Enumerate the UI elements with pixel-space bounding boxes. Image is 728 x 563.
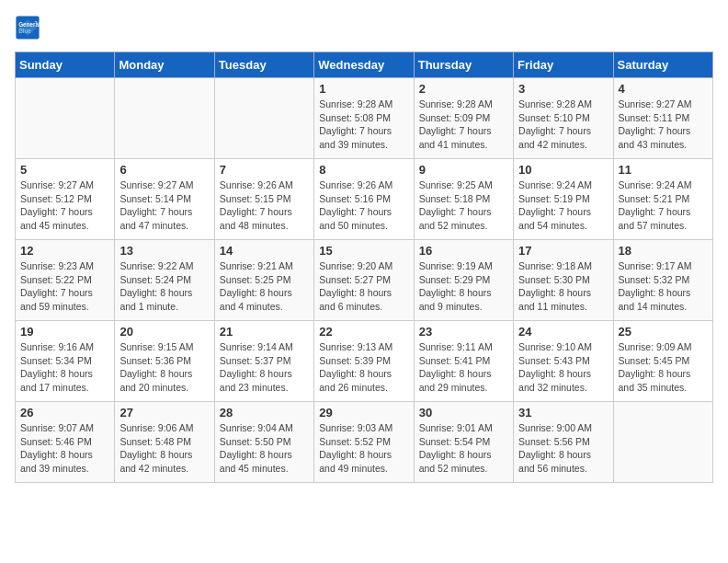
day-info: Sunrise: 9:01 AM Sunset: 5:54 PM Dayligh…: [419, 421, 508, 476]
calendar-cell: 31Sunrise: 9:00 AM Sunset: 5:56 PM Dayli…: [514, 402, 613, 483]
calendar-cell: 2Sunrise: 9:28 AM Sunset: 5:09 PM Daylig…: [414, 78, 513, 159]
calendar-cell: [115, 78, 214, 159]
day-number: 9: [419, 163, 508, 177]
day-number: 5: [20, 163, 109, 177]
day-info: Sunrise: 9:11 AM Sunset: 5:41 PM Dayligh…: [419, 340, 508, 395]
calendar-cell: 11Sunrise: 9:24 AM Sunset: 5:21 PM Dayli…: [613, 159, 712, 240]
day-info: Sunrise: 9:03 AM Sunset: 5:52 PM Dayligh…: [319, 421, 408, 476]
calendar-week-row: 1Sunrise: 9:28 AM Sunset: 5:08 PM Daylig…: [16, 78, 713, 159]
day-info: Sunrise: 9:26 AM Sunset: 5:16 PM Dayligh…: [319, 178, 408, 233]
day-info: Sunrise: 9:10 AM Sunset: 5:43 PM Dayligh…: [518, 340, 608, 395]
calendar-cell: 30Sunrise: 9:01 AM Sunset: 5:54 PM Dayli…: [414, 402, 513, 483]
calendar-cell: 15Sunrise: 9:20 AM Sunset: 5:27 PM Dayli…: [314, 240, 414, 321]
day-number: 2: [419, 82, 508, 96]
weekday-header: Saturday: [613, 52, 712, 78]
day-info: Sunrise: 9:28 AM Sunset: 5:09 PM Dayligh…: [419, 98, 508, 152]
calendar-cell: 1Sunrise: 9:28 AM Sunset: 5:08 PM Daylig…: [314, 78, 414, 159]
calendar-cell: 29Sunrise: 9:03 AM Sunset: 5:52 PM Dayli…: [314, 402, 414, 483]
calendar-week-row: 5Sunrise: 9:27 AM Sunset: 5:12 PM Daylig…: [16, 159, 713, 240]
calendar-cell: 3Sunrise: 9:28 AM Sunset: 5:10 PM Daylig…: [514, 78, 613, 159]
weekday-header: Thursday: [414, 52, 513, 78]
day-number: 15: [319, 244, 408, 258]
day-info: Sunrise: 9:24 AM Sunset: 5:19 PM Dayligh…: [518, 178, 608, 233]
day-info: Sunrise: 9:24 AM Sunset: 5:21 PM Dayligh…: [619, 178, 708, 233]
day-number: 14: [220, 244, 309, 258]
weekday-row: SundayMondayTuesdayWednesdayThursdayFrid…: [16, 52, 713, 78]
svg-text:Blue: Blue: [18, 28, 31, 34]
day-info: Sunrise: 9:21 AM Sunset: 5:25 PM Dayligh…: [220, 259, 309, 314]
calendar-cell: 14Sunrise: 9:21 AM Sunset: 5:25 PM Dayli…: [214, 240, 313, 321]
day-info: Sunrise: 9:09 AM Sunset: 5:45 PM Dayligh…: [619, 340, 708, 395]
weekday-header: Tuesday: [214, 52, 313, 78]
calendar-week-row: 19Sunrise: 9:16 AM Sunset: 5:34 PM Dayli…: [16, 321, 713, 402]
calendar-week-row: 12Sunrise: 9:23 AM Sunset: 5:22 PM Dayli…: [16, 240, 713, 321]
day-number: 31: [518, 406, 608, 419]
calendar-cell: 22Sunrise: 9:13 AM Sunset: 5:39 PM Dayli…: [314, 321, 414, 402]
day-info: Sunrise: 9:14 AM Sunset: 5:37 PM Dayligh…: [220, 340, 309, 395]
day-info: Sunrise: 9:16 AM Sunset: 5:34 PM Dayligh…: [20, 340, 109, 395]
day-number: 24: [518, 325, 608, 339]
day-number: 3: [518, 82, 608, 96]
day-info: Sunrise: 9:15 AM Sunset: 5:36 PM Dayligh…: [119, 340, 209, 395]
day-info: Sunrise: 9:27 AM Sunset: 5:11 PM Dayligh…: [619, 98, 708, 152]
calendar-cell: 18Sunrise: 9:17 AM Sunset: 5:32 PM Dayli…: [613, 240, 712, 321]
calendar-cell: 16Sunrise: 9:19 AM Sunset: 5:29 PM Dayli…: [414, 240, 513, 321]
calendar-cell: 26Sunrise: 9:07 AM Sunset: 5:46 PM Dayli…: [16, 402, 115, 483]
day-info: Sunrise: 9:28 AM Sunset: 5:10 PM Dayligh…: [518, 98, 608, 152]
day-info: Sunrise: 9:25 AM Sunset: 5:18 PM Dayligh…: [419, 178, 508, 233]
day-number: 16: [419, 244, 508, 258]
calendar-cell: 5Sunrise: 9:27 AM Sunset: 5:12 PM Daylig…: [16, 159, 115, 240]
calendar-cell: [16, 78, 115, 159]
calendar-cell: [214, 78, 313, 159]
day-number: 6: [119, 163, 209, 177]
calendar-week-row: 26Sunrise: 9:07 AM Sunset: 5:46 PM Dayli…: [16, 402, 713, 483]
day-number: 19: [20, 325, 109, 339]
calendar-body: 1Sunrise: 9:28 AM Sunset: 5:08 PM Daylig…: [16, 78, 713, 483]
day-number: 21: [220, 325, 309, 339]
day-info: Sunrise: 9:00 AM Sunset: 5:56 PM Dayligh…: [518, 421, 608, 476]
weekday-header: Friday: [514, 52, 613, 78]
calendar-cell: 28Sunrise: 9:04 AM Sunset: 5:50 PM Dayli…: [214, 402, 313, 483]
svg-text:General: General: [18, 21, 40, 28]
day-info: Sunrise: 9:28 AM Sunset: 5:08 PM Dayligh…: [319, 98, 408, 152]
calendar-header: SundayMondayTuesdayWednesdayThursdayFrid…: [16, 52, 713, 78]
day-number: 18: [619, 244, 708, 258]
day-number: 29: [319, 406, 408, 419]
day-info: Sunrise: 9:18 AM Sunset: 5:30 PM Dayligh…: [518, 259, 608, 314]
day-number: 7: [220, 163, 309, 177]
day-number: 22: [319, 325, 408, 339]
calendar-cell: 12Sunrise: 9:23 AM Sunset: 5:22 PM Dayli…: [16, 240, 115, 321]
calendar-table: SundayMondayTuesdayWednesdayThursdayFrid…: [15, 52, 713, 483]
page-header: General Blue: [15, 15, 713, 40]
calendar-cell: 10Sunrise: 9:24 AM Sunset: 5:19 PM Dayli…: [514, 159, 613, 240]
day-info: Sunrise: 9:06 AM Sunset: 5:48 PM Dayligh…: [119, 421, 209, 476]
calendar-cell: 27Sunrise: 9:06 AM Sunset: 5:48 PM Dayli…: [115, 402, 214, 483]
day-number: 12: [20, 244, 109, 258]
weekday-header: Monday: [115, 52, 214, 78]
calendar-cell: 4Sunrise: 9:27 AM Sunset: 5:11 PM Daylig…: [613, 78, 712, 159]
day-info: Sunrise: 9:27 AM Sunset: 5:12 PM Dayligh…: [20, 178, 109, 233]
day-info: Sunrise: 9:20 AM Sunset: 5:27 PM Dayligh…: [319, 259, 408, 314]
day-number: 1: [319, 82, 408, 96]
day-number: 10: [518, 163, 608, 177]
calendar-cell: 9Sunrise: 9:25 AM Sunset: 5:18 PM Daylig…: [414, 159, 513, 240]
day-info: Sunrise: 9:27 AM Sunset: 5:14 PM Dayligh…: [119, 178, 209, 233]
day-info: Sunrise: 9:13 AM Sunset: 5:39 PM Dayligh…: [319, 340, 408, 395]
calendar-cell: 23Sunrise: 9:11 AM Sunset: 5:41 PM Dayli…: [414, 321, 513, 402]
calendar-cell: 13Sunrise: 9:22 AM Sunset: 5:24 PM Dayli…: [115, 240, 214, 321]
weekday-header: Sunday: [16, 52, 115, 78]
day-number: 8: [319, 163, 408, 177]
calendar-cell: 19Sunrise: 9:16 AM Sunset: 5:34 PM Dayli…: [16, 321, 115, 402]
calendar-cell: 24Sunrise: 9:10 AM Sunset: 5:43 PM Dayli…: [514, 321, 613, 402]
calendar-cell: 20Sunrise: 9:15 AM Sunset: 5:36 PM Dayli…: [115, 321, 214, 402]
logo-icon: General Blue: [15, 15, 40, 40]
day-number: 25: [619, 325, 708, 339]
day-number: 13: [119, 244, 209, 258]
day-info: Sunrise: 9:04 AM Sunset: 5:50 PM Dayligh…: [220, 421, 309, 476]
day-number: 17: [518, 244, 608, 258]
day-number: 30: [419, 406, 508, 419]
day-info: Sunrise: 9:23 AM Sunset: 5:22 PM Dayligh…: [20, 259, 109, 314]
day-info: Sunrise: 9:07 AM Sunset: 5:46 PM Dayligh…: [20, 421, 109, 476]
calendar-cell: 7Sunrise: 9:26 AM Sunset: 5:15 PM Daylig…: [214, 159, 313, 240]
weekday-header: Wednesday: [314, 52, 414, 78]
